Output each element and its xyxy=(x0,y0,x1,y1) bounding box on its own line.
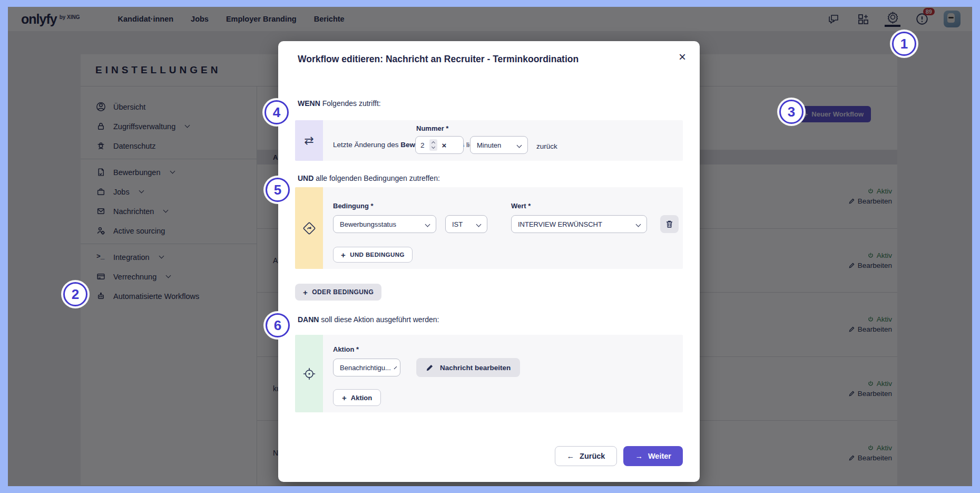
dann-strip xyxy=(295,335,323,412)
plus-icon: + xyxy=(303,288,308,297)
wert-select[interactable]: INTERVIEW ERWÜNSCHT xyxy=(511,215,647,233)
annotation-circle-2: 2 xyxy=(63,282,87,306)
condition-diamond-icon xyxy=(302,221,317,236)
workflow-edit-modal: Workflow editieren: Nachricht an Recruit… xyxy=(278,41,700,482)
edit-message-button[interactable]: Nachricht bearbeiten xyxy=(416,358,520,377)
plus-icon: + xyxy=(341,250,346,259)
bedingung-label: Bedingung * xyxy=(333,202,374,210)
add-und-bedingung-button[interactable]: + UND BEDINGUNG xyxy=(333,247,413,263)
close-icon[interactable]: × xyxy=(679,51,686,63)
wert-label: Wert * xyxy=(511,202,531,210)
annotation-circle-6: 6 xyxy=(266,313,290,337)
bedingung-select[interactable]: Bewerbungsstatus xyxy=(333,215,436,233)
unit-select[interactable]: Minuten xyxy=(470,136,528,154)
aktion-select[interactable]: Benachrichtigu... xyxy=(333,359,400,376)
und-rule-row: Bedingung * Bewerbungsstatus IST Wert * … xyxy=(295,187,683,269)
modal-title: Workflow editieren: Nachricht an Recruit… xyxy=(298,54,579,65)
swap-arrows-icon: ⇄ xyxy=(304,134,313,148)
clear-icon[interactable]: × xyxy=(442,141,447,150)
chevron-down-icon xyxy=(476,221,482,227)
wenn-rule-row: ⇄ Letzte Änderung des Bewerbungsstatus l… xyxy=(295,120,683,161)
modal-footer: ← Zurück → Weiter xyxy=(555,446,683,466)
und-strip xyxy=(295,187,323,269)
add-oder-bedingung-button[interactable]: + ODER BEDINGUNG xyxy=(295,284,381,301)
zurueck-text: zurück xyxy=(536,142,557,150)
number-input[interactable]: 2 × xyxy=(415,136,464,154)
plus-icon: + xyxy=(342,393,347,402)
number-stepper[interactable] xyxy=(429,139,437,151)
annotation-circle-4: 4 xyxy=(264,100,289,124)
pencil-icon xyxy=(426,364,434,372)
annotation-circle-3: 3 xyxy=(779,100,803,124)
delete-condition-button[interactable] xyxy=(660,215,679,233)
arrow-right-icon: → xyxy=(635,452,643,460)
chevron-down-icon xyxy=(425,221,430,227)
und-sentence: UND alle folgenden Bedingungen zutreffen… xyxy=(298,174,440,182)
number-value: 2 xyxy=(420,141,425,149)
arrow-left-icon: ← xyxy=(567,452,575,460)
wenn-sentence: WENN Folgendes zutrifft: xyxy=(298,99,381,108)
next-button[interactable]: → Weiter xyxy=(623,446,683,466)
chevron-down-icon xyxy=(394,366,397,369)
add-aktion-button[interactable]: + Aktion xyxy=(333,389,381,406)
nummer-label: Nummer * xyxy=(416,124,448,132)
dann-sentence: DANN soll diese Aktion ausgeführt werden… xyxy=(298,315,439,324)
screenshot-frame: onlyfy by XING Kandidat·innen Jobs Emplo… xyxy=(0,0,980,493)
annotation-circle-5: 5 xyxy=(266,178,290,202)
back-button[interactable]: ← Zurück xyxy=(555,446,618,466)
chevron-down-icon xyxy=(517,142,522,148)
annotation-circle-1: 1 xyxy=(892,32,916,56)
trash-icon xyxy=(665,220,673,228)
chevron-down-icon xyxy=(636,221,641,227)
app-window: onlyfy by XING Kandidat·innen Jobs Emplo… xyxy=(8,7,972,486)
action-target-icon xyxy=(302,367,316,381)
dann-rule-row: Aktion * Benachrichtigu... Nachricht bea… xyxy=(295,335,683,412)
aktion-label: Aktion * xyxy=(333,345,359,353)
operator-select[interactable]: IST xyxy=(445,215,487,233)
wenn-strip: ⇄ xyxy=(295,120,323,161)
